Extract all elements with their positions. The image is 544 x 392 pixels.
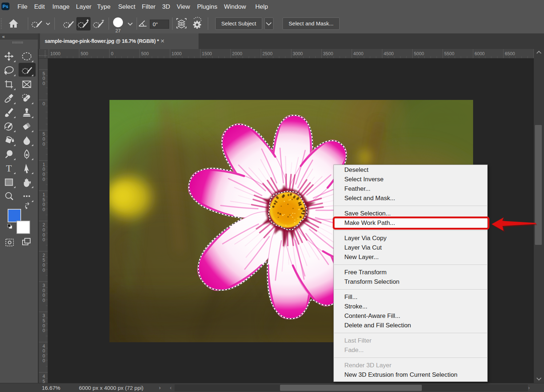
svg-text:1000: 1000 [172,51,182,56]
svg-text:0: 0 [43,177,45,182]
svg-text:5: 5 [43,132,45,137]
svg-text:0: 0 [43,207,45,212]
svg-text:0: 0 [43,227,45,233]
svg-text:5: 5 [43,379,45,383]
svg-text:4500: 4500 [384,51,394,56]
svg-text:4000: 4000 [353,51,364,56]
svg-text:3500: 3500 [323,51,333,56]
svg-text:0: 0 [43,348,45,353]
svg-text:4: 4 [43,344,45,349]
svg-text:5000: 5000 [414,51,424,56]
svg-text:5500: 5500 [444,51,455,56]
svg-text:2: 2 [43,222,45,227]
svg-text:0: 0 [111,51,113,56]
svg-text:5: 5 [43,258,45,263]
svg-text:0: 0 [43,137,45,142]
svg-text:0: 0 [43,172,45,177]
svg-text:3000: 3000 [293,51,303,56]
svg-text:0: 0 [43,353,45,359]
svg-text:0: 0 [43,76,45,81]
svg-text:0: 0 [43,202,45,207]
svg-text:3: 3 [43,313,45,318]
svg-text:0: 0 [43,237,45,242]
svg-text:5: 5 [43,71,45,76]
svg-text:6000: 6000 [475,51,485,56]
svg-text:2000: 2000 [232,51,242,56]
svg-text:2500: 2500 [263,51,273,56]
svg-text:0: 0 [43,101,45,106]
svg-text:0: 0 [43,323,45,328]
svg-text:0: 0 [43,288,45,293]
svg-text:6500: 6500 [505,51,515,56]
svg-text:3: 3 [43,283,45,288]
svg-text:0: 0 [43,81,45,86]
svg-text:1000: 1000 [50,51,60,56]
svg-text:0: 0 [43,298,45,303]
svg-text:1500: 1500 [202,51,212,56]
svg-text:0: 0 [43,263,45,268]
svg-text:4: 4 [43,374,45,379]
svg-text:0: 0 [43,293,45,298]
svg-text:0: 0 [43,328,45,333]
svg-text:2: 2 [43,253,45,258]
svg-text:0: 0 [43,167,45,172]
svg-text:0: 0 [43,142,45,147]
svg-text:0: 0 [43,358,45,363]
svg-text:5: 5 [43,318,45,323]
svg-text:0: 0 [43,268,45,273]
svg-text:5: 5 [43,197,45,202]
svg-text:500: 500 [81,51,88,56]
svg-text:T: T [6,163,12,174]
svg-text:500: 500 [141,51,149,56]
svg-text:1: 1 [43,192,45,197]
svg-text:1: 1 [43,162,45,167]
svg-text:0: 0 [43,233,45,238]
